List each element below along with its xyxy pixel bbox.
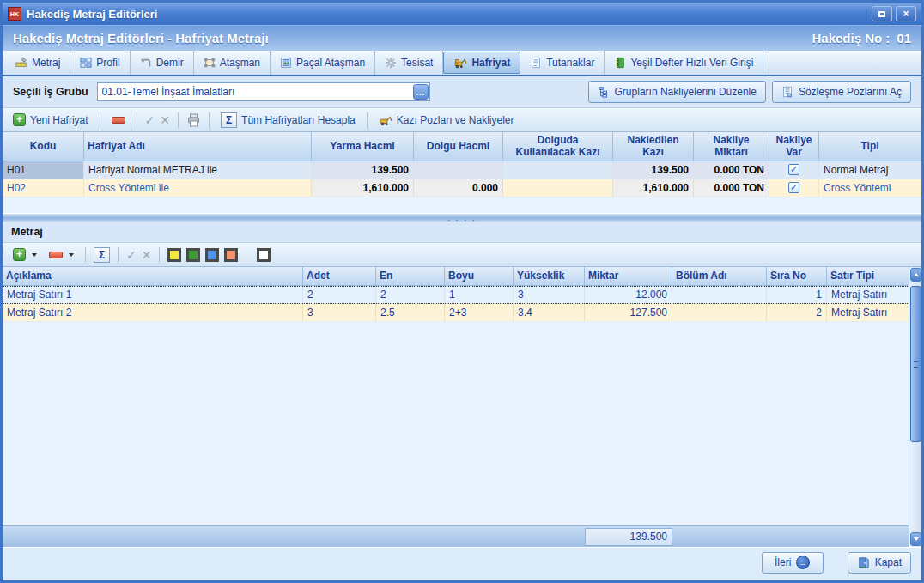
cell-sira-no[interactable]: 1 xyxy=(767,286,827,304)
cell-dolguda-kazi[interactable] xyxy=(503,161,613,179)
cell-nakliye-miktari[interactable]: 0.000 TON xyxy=(694,161,769,179)
cell-miktar[interactable]: 12.000 xyxy=(585,286,672,304)
tab-hafriyat[interactable]: Hafriyat xyxy=(443,52,520,74)
cell-dolguda-kazi[interactable] xyxy=(503,179,613,197)
cell-adet[interactable]: 3 xyxy=(303,304,376,322)
cell-dolgu-hacmi[interactable]: 0.000 xyxy=(414,179,503,197)
column-header-tipi[interactable]: Tipi xyxy=(819,132,921,161)
tab-atasman[interactable]: Ataşman xyxy=(194,51,271,75)
column-header-hafriyat-adi[interactable]: Hafriyat Adı xyxy=(84,132,312,161)
cell-nakledilen-kazi[interactable]: 139.500 xyxy=(613,161,694,179)
maximize-button[interactable] xyxy=(872,6,892,21)
column-header-kodu[interactable]: Kodu xyxy=(3,132,84,161)
column-header-miktar[interactable]: Miktar xyxy=(585,267,672,285)
color-orange-button[interactable] xyxy=(224,248,238,262)
cell-adet[interactable]: 2 xyxy=(303,286,376,304)
vertical-scrollbar[interactable] xyxy=(909,267,921,547)
cell-boyu[interactable]: 1 xyxy=(445,286,514,304)
cancel-icon[interactable]: ✕ xyxy=(142,248,152,262)
cell-boyu[interactable]: 2+3 xyxy=(445,304,514,322)
hakedis-no-value: 01 xyxy=(897,31,911,46)
printer-icon[interactable] xyxy=(186,113,201,127)
hafriyat-row-selected[interactable]: H01 Hafriyat Normal METRAJ ile 139.500 1… xyxy=(3,161,921,179)
cell-dolgu-hacmi[interactable] xyxy=(414,161,503,179)
column-header-bolum-adi[interactable]: Bölüm Adı xyxy=(672,267,767,285)
scroll-up-button[interactable] xyxy=(910,268,921,282)
column-header-satir-tipi[interactable]: Satır Tipi xyxy=(827,267,921,285)
cell-yukseklik[interactable]: 3 xyxy=(514,286,585,304)
tab-tesisat[interactable]: Tesisat xyxy=(375,51,443,75)
color-green-button[interactable] xyxy=(186,248,200,262)
new-hafriyat-button[interactable]: + Yeni Hafriyat xyxy=(9,112,92,128)
cell-satir-tipi[interactable]: Metraj Satırı xyxy=(827,304,921,322)
cell-hafriyat-adi[interactable]: Cross Yöntemi ile xyxy=(84,179,312,197)
column-header-adet[interactable]: Adet xyxy=(303,267,376,285)
cell-nakliye-miktari[interactable]: 0.000 TON xyxy=(694,179,769,197)
tab-tutanaklar[interactable]: Tutanaklar xyxy=(520,51,605,75)
column-header-dolguda-kazi[interactable]: Dolguda Kullanılacak Kazı xyxy=(503,132,613,161)
next-button[interactable]: İleri → xyxy=(762,552,824,574)
cell-tipi[interactable]: Cross Yöntemi xyxy=(819,179,921,197)
cell-nakledilen-kazi[interactable]: 1,610.000 xyxy=(613,179,694,197)
color-white-button[interactable] xyxy=(257,248,271,262)
cell-yarma-hacmi[interactable]: 139.500 xyxy=(312,161,414,179)
close-button[interactable]: × xyxy=(896,6,916,21)
column-header-yarma-hacmi[interactable]: Yarma Hacmi xyxy=(312,132,414,161)
tab-metraj[interactable]: Metraj xyxy=(6,51,70,75)
tab-profil[interactable]: Profil xyxy=(70,51,130,75)
column-header-en[interactable]: En xyxy=(376,267,445,285)
cell-en[interactable]: 2.5 xyxy=(376,304,445,322)
edit-group-transports-button[interactable]: Grupların Nakliyelerini Düzenle xyxy=(588,81,766,103)
nakliye-var-checkbox[interactable]: ✓ xyxy=(788,164,799,175)
tab-pacal-atasman[interactable]: Paçal Ataşman xyxy=(271,51,375,75)
color-yellow-button[interactable] xyxy=(167,248,181,262)
browse-ellipsis-button[interactable]: … xyxy=(413,84,429,100)
kazi-pozlari-button[interactable]: Kazı Pozları ve Nakliyeler xyxy=(375,112,518,128)
contract-document-icon xyxy=(781,86,793,98)
color-blue-button[interactable] xyxy=(205,248,219,262)
scroll-down-button[interactable] xyxy=(910,532,921,546)
column-header-nakledilen-kazi[interactable]: Nakledilen Kazı xyxy=(613,132,694,161)
scrollbar-thumb[interactable] xyxy=(910,286,921,442)
cell-yarma-hacmi[interactable]: 1,610.000 xyxy=(312,179,414,197)
column-header-yukseklik[interactable]: Yükseklik xyxy=(514,267,585,285)
open-contract-items-button[interactable]: Sözleşme Pozlarını Aç xyxy=(772,81,911,103)
arrow-down-icon xyxy=(914,537,919,541)
add-metraj-row-button[interactable]: + xyxy=(9,246,40,263)
tab-yesil-defter[interactable]: Yeşil Defter Hızlı Veri Girişi xyxy=(605,51,763,75)
confirm-icon[interactable]: ✓ xyxy=(145,113,155,127)
metraj-row[interactable]: Metraj Satırı 2 3 2.5 2+3 3.4 127.500 2 … xyxy=(3,304,921,322)
cell-hafriyat-adi[interactable]: Hafriyat Normal METRAJ ile xyxy=(84,161,312,179)
sum-button[interactable]: Σ xyxy=(94,247,110,263)
delete-hafriyat-button[interactable] xyxy=(108,115,129,125)
column-header-dolgu-hacmi[interactable]: Dolgu Hacmi xyxy=(414,132,503,161)
cell-tipi[interactable]: Normal Metraj xyxy=(819,161,921,179)
panel-splitter[interactable]: . . . . xyxy=(3,213,921,222)
tab-demir[interactable]: Demir xyxy=(131,51,194,75)
confirm-icon[interactable]: ✓ xyxy=(126,248,137,262)
cell-en[interactable]: 2 xyxy=(376,286,445,304)
cell-kodu[interactable]: H02 xyxy=(3,179,84,197)
hafriyat-row[interactable]: H02 Cross Yöntemi ile 1,610.000 0.000 1,… xyxy=(3,179,921,197)
cell-kodu[interactable]: H01 xyxy=(3,161,84,179)
group-selector-input[interactable] xyxy=(97,82,430,101)
remove-metraj-row-button[interactable] xyxy=(46,250,77,260)
cell-aciklama[interactable]: Metraj Satırı 2 xyxy=(3,304,303,322)
cell-miktar[interactable]: 127.500 xyxy=(585,304,672,322)
nakliye-var-checkbox[interactable]: ✓ xyxy=(788,182,799,193)
calculate-all-button[interactable]: Σ Tüm Hafriyatları Hesapla xyxy=(217,111,359,130)
cell-bolum-adi[interactable] xyxy=(672,304,767,322)
close-window-button[interactable]: Kapat xyxy=(848,552,911,574)
cell-yukseklik[interactable]: 3.4 xyxy=(514,304,585,322)
cell-satir-tipi[interactable]: Metraj Satırı xyxy=(827,286,921,304)
cell-aciklama[interactable]: Metraj Satırı 1 xyxy=(3,286,303,304)
column-header-nakliye-var[interactable]: Nakliye Var xyxy=(769,132,819,161)
column-header-aciklama[interactable]: Açıklama xyxy=(3,267,303,285)
cancel-icon[interactable]: ✕ xyxy=(160,113,170,127)
cell-bolum-adi[interactable] xyxy=(672,286,767,304)
column-header-boyu[interactable]: Boyu xyxy=(445,267,514,285)
column-header-nakliye-miktari[interactable]: Nakliye Miktarı xyxy=(694,132,769,161)
metraj-row-focused[interactable]: Metraj Satırı 1 2 2 1 3 12.000 1 Metraj … xyxy=(3,286,921,304)
column-header-sira-no[interactable]: Sıra No xyxy=(767,267,827,285)
cell-sira-no[interactable]: 2 xyxy=(767,304,827,322)
